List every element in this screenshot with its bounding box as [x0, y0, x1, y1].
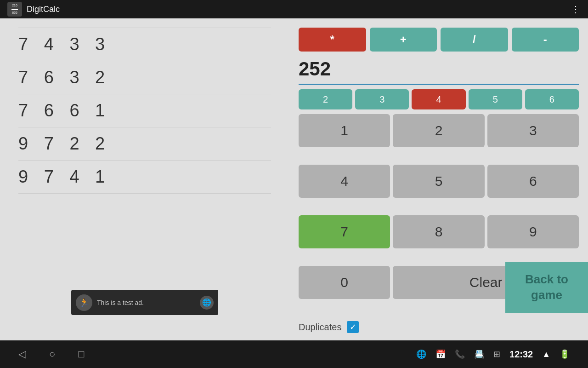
duplicates-row: Duplicates ✓	[299, 318, 579, 336]
nav-left: ◁ ○ □	[18, 348, 85, 360]
digit-tab-2[interactable]: 2	[299, 89, 352, 109]
num-btn-8[interactable]: 8	[393, 215, 484, 248]
status-right: ⋮	[571, 4, 581, 15]
contacts-icon: 📇	[474, 349, 484, 359]
menu-icon[interactable]: ⋮	[571, 4, 581, 15]
num-btn-7[interactable]: 7	[299, 215, 390, 248]
home-nav-icon[interactable]: ○	[49, 348, 55, 360]
operator-subtract[interactable]: -	[512, 28, 579, 52]
digit-tabs: 2 3 4 5 6	[299, 89, 579, 109]
duplicates-label: Duplicates	[299, 322, 341, 333]
status-bar: 216▬▬655 DigitCalc ⋮	[0, 0, 588, 18]
num-btn-9[interactable]: 9	[487, 215, 579, 248]
app-icon: 216▬▬655	[7, 2, 22, 17]
num-btn-5[interactable]: 5	[393, 165, 484, 198]
calendar-badge-icon: 📅	[435, 349, 446, 359]
main-content: 7 4 3 3 7 6 3 2 7 6 6 1 9 7 2 2 9 7 4 1 …	[0, 18, 588, 340]
num-btn-2[interactable]: 2	[393, 114, 484, 147]
grid-icon: ⊞	[493, 349, 500, 359]
app-title: DigitCalc	[27, 5, 60, 14]
status-left: 216▬▬655 DigitCalc	[7, 2, 60, 17]
number-row-3: 7 6 6 1	[18, 94, 271, 127]
num-btn-1[interactable]: 1	[299, 114, 390, 147]
ad-globe-icon[interactable]: 🌐	[200, 296, 214, 310]
back-to-game-button[interactable]: Back togame	[505, 262, 588, 313]
operator-multiply[interactable]: *	[299, 28, 366, 52]
back-to-game-text: Back togame	[525, 272, 568, 303]
phone-icon: 📞	[455, 349, 465, 359]
nav-right: 🌐 📅 📞 📇 ⊞ 12:32 ▲ 🔋	[416, 349, 570, 360]
operator-add[interactable]: +	[370, 28, 437, 52]
calc-display: 252	[299, 58, 579, 85]
battery-icon: 🔋	[560, 349, 570, 359]
num-btn-0[interactable]: 0	[299, 266, 390, 299]
num-btn-4[interactable]: 4	[299, 165, 390, 198]
digit-tab-5[interactable]: 5	[469, 89, 522, 109]
back-nav-icon[interactable]: ◁	[18, 348, 26, 360]
browser-icon: 🌐	[416, 349, 426, 359]
duplicates-checkbox[interactable]: ✓	[347, 321, 359, 333]
number-row-1: 7 4 3 3	[18, 28, 271, 61]
digit-tab-3[interactable]: 3	[355, 89, 409, 109]
operator-row: * + / -	[299, 28, 579, 52]
number-row-4: 9 7 2 2	[18, 127, 271, 161]
digit-tab-4[interactable]: 4	[412, 89, 465, 109]
digit-tab-6[interactable]: 6	[525, 89, 579, 109]
recent-nav-icon[interactable]: □	[78, 348, 84, 360]
clock-display: 12:32	[509, 349, 533, 360]
ad-app-icon: 🏃	[76, 294, 92, 311]
number-row-2: 7 6 3 2	[18, 61, 271, 94]
num-btn-3[interactable]: 3	[487, 114, 579, 147]
number-row-5: 9 7 4 1	[18, 161, 271, 194]
nav-bar: ◁ ○ □ 🌐 📅 📞 📇 ⊞ 12:32 ▲ 🔋	[0, 340, 588, 368]
ad-text: This is a test ad.	[97, 299, 195, 306]
num-btn-6[interactable]: 6	[487, 165, 579, 198]
ad-banner: 🏃 This is a test ad. 🌐	[71, 290, 218, 315]
operator-divide[interactable]: /	[441, 28, 508, 52]
wifi-icon: ▲	[542, 350, 550, 359]
